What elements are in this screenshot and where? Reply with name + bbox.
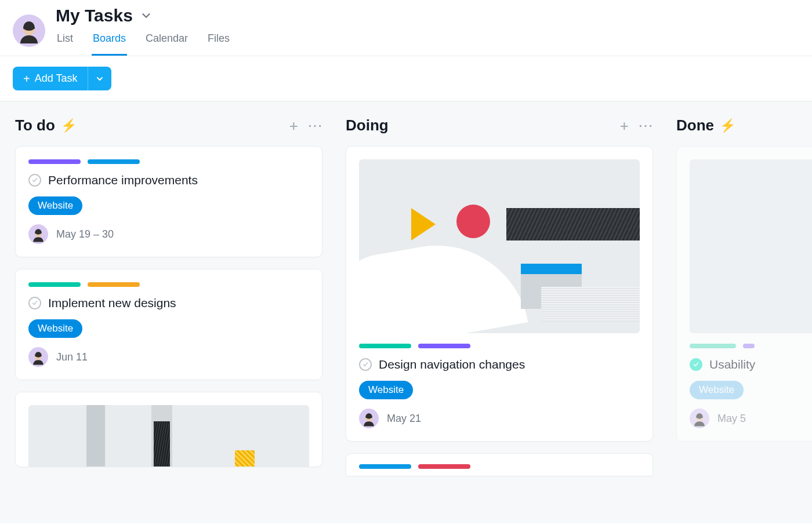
column-title: Done	[676, 116, 714, 134]
bolt-icon: ⚡	[61, 118, 77, 133]
complete-toggle[interactable]	[690, 358, 702, 371]
pill	[418, 464, 470, 469]
column-todo: To do ⚡ + ⋯ Performance improvements Web…	[15, 116, 322, 500]
card-pills	[359, 344, 640, 348]
task-card[interactable]: Design navigation changes Website May 21	[346, 146, 653, 442]
card-date: Jun 11	[56, 351, 88, 363]
assignee-avatar[interactable]	[690, 409, 709, 428]
card-cover-image	[359, 159, 640, 333]
pill	[88, 282, 140, 287]
assignee-avatar[interactable]	[359, 409, 379, 428]
card-pills	[28, 282, 309, 287]
column-add-icon[interactable]: +	[620, 118, 629, 133]
pill	[88, 159, 140, 164]
task-card[interactable]	[346, 453, 653, 476]
toolbar: + Add Task	[0, 56, 812, 101]
column-done: Done ⚡ Usability Website May 5	[676, 116, 786, 500]
card-date: May 5	[717, 413, 746, 425]
tab-boards[interactable]: Boards	[92, 29, 127, 56]
card-tag[interactable]: Website	[690, 381, 744, 399]
card-title: Performance improvements	[48, 173, 198, 187]
pill	[359, 464, 411, 469]
column-title: To do	[15, 116, 55, 134]
assignee-avatar[interactable]	[28, 224, 48, 244]
complete-toggle[interactable]	[359, 358, 372, 371]
card-title: Usability	[709, 358, 755, 371]
avatar-icon	[15, 19, 43, 47]
chevron-down-icon	[95, 74, 104, 83]
add-task-dropdown[interactable]	[88, 67, 111, 90]
header: My Tasks List Boards Calendar Files	[0, 0, 812, 56]
check-icon	[31, 300, 38, 307]
complete-toggle[interactable]	[28, 297, 41, 309]
column-more-icon[interactable]: ⋯	[307, 118, 322, 133]
board: To do ⚡ + ⋯ Performance improvements Web…	[0, 101, 812, 523]
card-tag[interactable]: Website	[28, 319, 82, 338]
column-doing: Doing + ⋯ Design navigation changes	[346, 116, 653, 500]
column-add-icon[interactable]: +	[289, 118, 298, 133]
user-avatar[interactable]	[13, 14, 45, 47]
plus-icon: +	[23, 73, 30, 85]
complete-toggle[interactable]	[28, 174, 41, 187]
card-date: May 21	[387, 413, 421, 425]
task-card[interactable]: Performance improvements Website May 19 …	[15, 146, 322, 257]
column-more-icon[interactable]: ⋯	[638, 118, 653, 133]
card-cover-image	[690, 159, 812, 333]
card-title: Implement new designs	[48, 296, 176, 310]
pill	[743, 344, 755, 348]
card-tag[interactable]: Website	[28, 196, 82, 215]
pill	[418, 344, 470, 348]
card-tag[interactable]: Website	[359, 381, 413, 399]
task-card[interactable]	[15, 392, 322, 467]
check-icon	[31, 177, 38, 184]
check-icon	[693, 361, 699, 368]
tab-calendar[interactable]: Calendar	[144, 29, 189, 56]
tab-list[interactable]: List	[56, 29, 74, 56]
add-task-label: Add Task	[35, 72, 78, 85]
task-card[interactable]: Implement new designs Website Jun 11	[15, 269, 322, 380]
page-title: My Tasks	[56, 6, 133, 25]
assignee-avatar[interactable]	[28, 347, 48, 367]
chevron-down-icon[interactable]	[140, 9, 153, 22]
card-pills	[690, 344, 812, 348]
card-cover-image	[28, 405, 309, 467]
view-tabs: List Boards Calendar Files	[56, 29, 231, 56]
card-date: May 19 – 30	[56, 228, 114, 241]
bolt-icon: ⚡	[720, 118, 735, 133]
check-icon	[362, 361, 369, 368]
tab-files[interactable]: Files	[206, 29, 231, 56]
pill	[28, 159, 81, 164]
column-title: Doing	[346, 116, 389, 134]
pill	[359, 344, 411, 348]
card-title: Design navigation changes	[379, 358, 525, 371]
pill	[690, 344, 736, 348]
task-card[interactable]: Usability Website May 5	[676, 146, 812, 442]
add-task-button[interactable]: + Add Task	[13, 67, 88, 90]
card-pills	[28, 159, 309, 164]
pill	[28, 282, 81, 287]
